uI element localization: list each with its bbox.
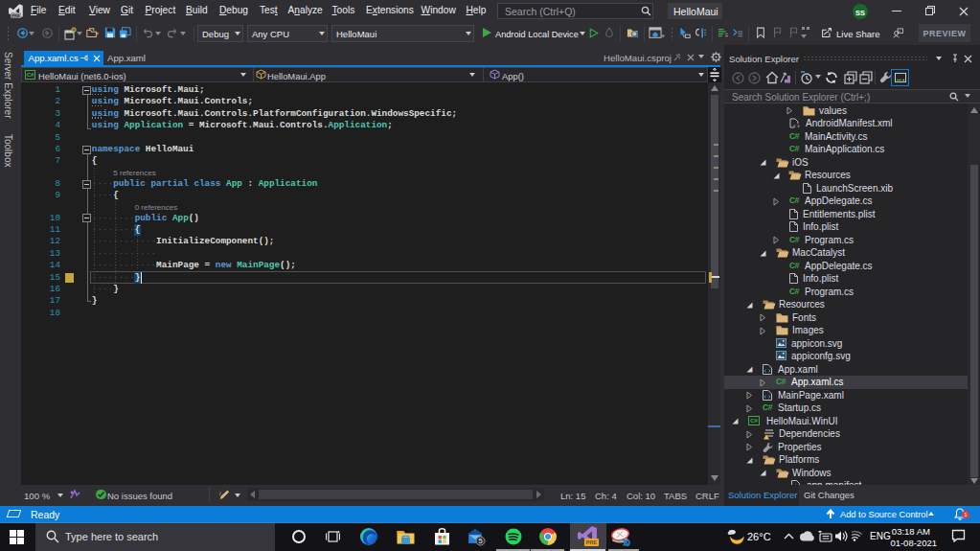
svg-text:PRE: PRE bbox=[11, 13, 20, 18]
svg-text:5: 5 bbox=[478, 537, 482, 545]
svg-text:PRE: PRE bbox=[586, 540, 598, 545]
